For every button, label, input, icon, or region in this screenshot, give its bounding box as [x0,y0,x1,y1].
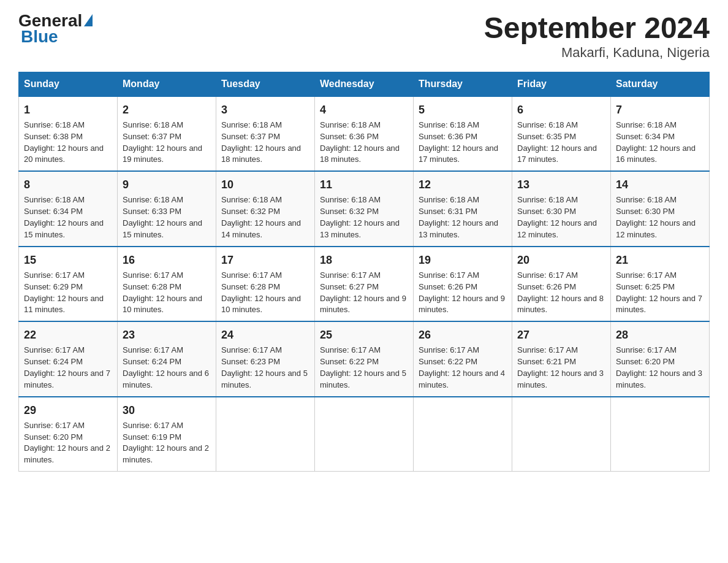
calendar-cell: 28Sunrise: 6:17 AMSunset: 6:20 PMDayligh… [611,321,710,396]
day-number: 7 [616,102,704,118]
day-number: 11 [320,177,408,193]
day-number: 13 [517,177,605,193]
calendar-cell: 20Sunrise: 6:17 AMSunset: 6:26 PMDayligh… [512,247,611,321]
calendar-cell: 6Sunrise: 6:18 AMSunset: 6:35 PMDaylight… [512,96,611,171]
day-number: 29 [24,402,112,418]
day-info: Sunrise: 6:17 AMSunset: 6:20 PMDaylight:… [616,345,702,389]
calendar-cell [512,397,611,472]
calendar-cell: 27Sunrise: 6:17 AMSunset: 6:21 PMDayligh… [512,321,611,396]
calendar-table: SundayMondayTuesdayWednesdayThursdayFrid… [18,72,710,472]
day-info: Sunrise: 6:17 AMSunset: 6:23 PMDaylight:… [221,345,308,389]
day-number: 23 [123,327,211,343]
day-info: Sunrise: 6:17 AMSunset: 6:27 PMDaylight:… [320,270,406,315]
day-info: Sunrise: 6:18 AMSunset: 6:38 PMDaylight:… [24,120,104,164]
calendar-cell: 8Sunrise: 6:18 AMSunset: 6:34 PMDaylight… [19,171,118,246]
header-cell-sunday: Sunday [19,72,118,96]
day-number: 27 [517,327,605,343]
calendar-cell: 25Sunrise: 6:17 AMSunset: 6:22 PMDayligh… [315,321,414,396]
calendar-cell: 24Sunrise: 6:17 AMSunset: 6:23 PMDayligh… [216,321,315,396]
day-number: 19 [419,252,507,268]
day-number: 25 [320,327,408,343]
calendar-cell: 3Sunrise: 6:18 AMSunset: 6:37 PMDaylight… [216,96,315,171]
calendar-cell: 10Sunrise: 6:18 AMSunset: 6:32 PMDayligh… [216,171,315,246]
calendar-cell: 26Sunrise: 6:17 AMSunset: 6:22 PMDayligh… [414,321,512,396]
day-number: 26 [419,327,507,343]
day-info: Sunrise: 6:17 AMSunset: 6:28 PMDaylight:… [123,270,202,315]
calendar-cell: 18Sunrise: 6:17 AMSunset: 6:27 PMDayligh… [315,247,414,321]
calendar-cell: 12Sunrise: 6:18 AMSunset: 6:31 PMDayligh… [414,171,512,246]
week-row-5: 29Sunrise: 6:17 AMSunset: 6:20 PMDayligh… [19,397,710,472]
header-row: SundayMondayTuesdayWednesdayThursdayFrid… [19,72,710,96]
header-cell-wednesday: Wednesday [315,72,414,96]
day-number: 15 [24,252,112,268]
day-info: Sunrise: 6:17 AMSunset: 6:20 PMDaylight:… [24,421,110,465]
calendar-cell: 2Sunrise: 6:18 AMSunset: 6:37 PMDaylight… [118,96,216,171]
title-block: September 2024 Makarfi, Kaduna, Nigeria [484,12,710,61]
header-cell-saturday: Saturday [611,72,710,96]
calendar-cell: 16Sunrise: 6:17 AMSunset: 6:28 PMDayligh… [118,247,216,321]
calendar-cell: 21Sunrise: 6:17 AMSunset: 6:25 PMDayligh… [611,247,710,321]
day-number: 2 [123,102,211,118]
calendar-cell: 5Sunrise: 6:18 AMSunset: 6:36 PMDaylight… [414,96,512,171]
day-number: 24 [221,327,309,343]
day-info: Sunrise: 6:17 AMSunset: 6:26 PMDaylight:… [517,270,604,315]
calendar-cell: 7Sunrise: 6:18 AMSunset: 6:34 PMDaylight… [611,96,710,171]
logo-blue-text: Blue [21,27,58,47]
logo: General Blue [18,12,93,47]
day-number: 5 [419,102,507,118]
calendar-cell: 22Sunrise: 6:17 AMSunset: 6:24 PMDayligh… [19,321,118,396]
day-info: Sunrise: 6:17 AMSunset: 6:29 PMDaylight:… [24,270,104,315]
calendar-cell: 1Sunrise: 6:18 AMSunset: 6:38 PMDaylight… [19,96,118,171]
day-info: Sunrise: 6:17 AMSunset: 6:25 PMDaylight:… [616,270,702,315]
calendar-cell [216,397,315,472]
day-number: 4 [320,102,408,118]
day-info: Sunrise: 6:17 AMSunset: 6:21 PMDaylight:… [517,345,604,389]
calendar-cell: 17Sunrise: 6:17 AMSunset: 6:28 PMDayligh… [216,247,315,321]
day-info: Sunrise: 6:17 AMSunset: 6:22 PMDaylight:… [419,345,505,389]
calendar-cell: 19Sunrise: 6:17 AMSunset: 6:26 PMDayligh… [414,247,512,321]
day-number: 22 [24,327,112,343]
day-number: 14 [616,177,704,193]
day-info: Sunrise: 6:17 AMSunset: 6:19 PMDaylight:… [123,421,209,465]
calendar-body: 1Sunrise: 6:18 AMSunset: 6:38 PMDaylight… [19,96,710,472]
calendar-header: SundayMondayTuesdayWednesdayThursdayFrid… [19,72,710,96]
day-number: 3 [221,102,309,118]
header-cell-tuesday: Tuesday [216,72,315,96]
page-header: General Blue September 2024 Makarfi, Kad… [18,12,710,61]
day-info: Sunrise: 6:17 AMSunset: 6:24 PMDaylight:… [24,345,110,389]
day-info: Sunrise: 6:17 AMSunset: 6:24 PMDaylight:… [123,345,209,389]
calendar-cell: 29Sunrise: 6:17 AMSunset: 6:20 PMDayligh… [19,397,118,472]
week-row-4: 22Sunrise: 6:17 AMSunset: 6:24 PMDayligh… [19,321,710,396]
day-number: 6 [517,102,605,118]
day-info: Sunrise: 6:18 AMSunset: 6:35 PMDaylight:… [517,120,597,164]
day-number: 21 [616,252,704,268]
day-info: Sunrise: 6:18 AMSunset: 6:37 PMDaylight:… [221,120,301,164]
calendar-title: September 2024 [484,12,710,45]
header-cell-friday: Friday [512,72,611,96]
day-number: 8 [24,177,112,193]
day-info: Sunrise: 6:17 AMSunset: 6:22 PMDaylight:… [320,345,406,389]
day-info: Sunrise: 6:17 AMSunset: 6:26 PMDaylight:… [419,270,505,315]
day-info: Sunrise: 6:18 AMSunset: 6:30 PMDaylight:… [517,195,597,239]
calendar-cell [611,397,710,472]
day-number: 18 [320,252,408,268]
day-number: 30 [123,402,211,418]
header-cell-monday: Monday [118,72,216,96]
calendar-cell: 13Sunrise: 6:18 AMSunset: 6:30 PMDayligh… [512,171,611,246]
day-info: Sunrise: 6:18 AMSunset: 6:34 PMDaylight:… [616,120,696,164]
day-info: Sunrise: 6:18 AMSunset: 6:33 PMDaylight:… [123,195,202,239]
calendar-cell: 4Sunrise: 6:18 AMSunset: 6:36 PMDaylight… [315,96,414,171]
calendar-subtitle: Makarfi, Kaduna, Nigeria [484,45,710,61]
calendar-cell: 30Sunrise: 6:17 AMSunset: 6:19 PMDayligh… [118,397,216,472]
header-cell-thursday: Thursday [414,72,512,96]
logo-triangle-icon [84,14,93,26]
calendar-cell [414,397,512,472]
day-number: 20 [517,252,605,268]
calendar-cell: 15Sunrise: 6:17 AMSunset: 6:29 PMDayligh… [19,247,118,321]
day-info: Sunrise: 6:18 AMSunset: 6:37 PMDaylight:… [123,120,202,164]
day-info: Sunrise: 6:17 AMSunset: 6:28 PMDaylight:… [221,270,301,315]
day-info: Sunrise: 6:18 AMSunset: 6:36 PMDaylight:… [419,120,498,164]
day-number: 12 [419,177,507,193]
week-row-1: 1Sunrise: 6:18 AMSunset: 6:38 PMDaylight… [19,96,710,171]
day-info: Sunrise: 6:18 AMSunset: 6:32 PMDaylight:… [221,195,301,239]
